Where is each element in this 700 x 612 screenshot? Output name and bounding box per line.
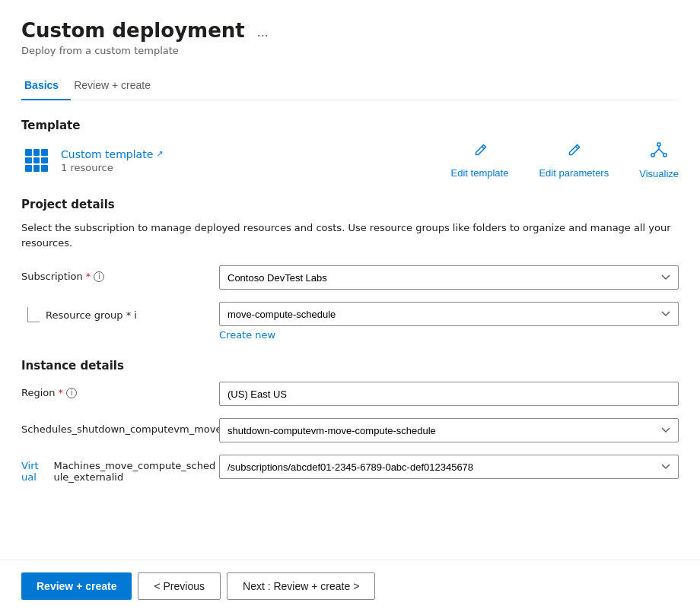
edit-template-button[interactable]: Edit template [451, 142, 509, 179]
create-new-link[interactable]: Create new [219, 329, 275, 341]
resource-group-indent: Resource group * i [21, 302, 219, 322]
schedules-row: Schedules_shutdown_computevm_move_co shu… [21, 418, 679, 442]
resource-group-dropdown[interactable]: move-compute-schedule [219, 302, 679, 326]
region-input[interactable] [219, 382, 679, 406]
resource-group-control: move-compute-schedule Create new [219, 302, 679, 341]
virtual-machines-control: /subscriptions/abcdef01-2345-6789-0abc-d… [219, 455, 679, 479]
project-details-title: Project details [21, 198, 679, 211]
template-icon [21, 145, 52, 176]
next-button[interactable]: Next : Review + create > [227, 572, 375, 600]
external-link-icon: ↗ [156, 149, 163, 159]
previous-button[interactable]: < Previous [138, 572, 221, 600]
svg-rect-1 [651, 154, 654, 157]
region-label: Region * i [21, 382, 219, 398]
region-control [219, 382, 679, 406]
resource-group-info-icon[interactable]: i [134, 309, 137, 321]
virtual-machines-label: Virtual Machines_move_compute_schedule_e… [21, 455, 219, 483]
svg-rect-0 [657, 143, 660, 146]
visualize-button[interactable]: Visualize [639, 141, 679, 179]
resource-count: 1 resource [61, 162, 164, 173]
tabs-container: Basics Review + create [21, 71, 679, 100]
edit-parameters-button[interactable]: Edit parameters [539, 142, 609, 179]
instance-details-section: Instance details Region * i Schedules_sh… [21, 359, 679, 483]
svg-rect-2 [663, 154, 667, 157]
tab-basics[interactable]: Basics [21, 71, 71, 100]
footer: Review + create < Previous Next : Review… [0, 560, 700, 612]
ellipsis-menu-button[interactable]: ... [253, 21, 273, 43]
virtual-machines-dropdown[interactable]: /subscriptions/abcdef01-2345-6789-0abc-d… [219, 455, 679, 479]
template-name-link[interactable]: Custom template ↗ [61, 148, 164, 160]
resource-group-label: Resource group * [46, 309, 131, 321]
template-text: Custom template ↗ 1 resource [61, 148, 164, 173]
page-title: Custom deployment [21, 19, 245, 43]
edit-parameters-label: Edit parameters [539, 167, 609, 179]
instance-details-title: Instance details [21, 359, 679, 373]
subscription-info-icon[interactable]: i [94, 271, 104, 282]
schedules-dropdown[interactable]: shutdown-computevm-move-compute-schedule [219, 418, 679, 442]
subscription-dropdown[interactable]: Contoso DevTest Labs [219, 265, 679, 290]
template-row: Custom template ↗ 1 resource [21, 141, 679, 179]
schedules-control: shutdown-computevm-move-compute-schedule [219, 418, 679, 442]
template-section-title: Template [21, 119, 679, 132]
visualize-icon [650, 141, 668, 163]
region-required: * [59, 387, 64, 398]
tab-review-create[interactable]: Review + create [71, 71, 163, 100]
review-create-button[interactable]: Review + create [21, 572, 132, 600]
virtual-machines-row: Virtual Machines_move_compute_schedule_e… [21, 455, 679, 483]
template-grid-icon [25, 149, 48, 172]
visualize-label: Visualize [639, 168, 679, 179]
indent-line [27, 307, 40, 322]
subscription-control: Contoso DevTest Labs [219, 265, 679, 290]
project-description: Select the subscription to manage deploy… [21, 220, 679, 250]
edit-parameters-icon [565, 142, 582, 163]
page-subtitle: Deploy from a custom template [21, 45, 273, 56]
resource-group-required: * [126, 309, 132, 321]
subscription-label: Subscription * i [21, 265, 219, 282]
template-info: Custom template ↗ 1 resource [21, 145, 164, 176]
region-info-icon[interactable]: i [66, 388, 77, 398]
resource-group-row: Resource group * i move-compute-schedule… [21, 302, 679, 341]
template-actions: Edit template Edit parameters [451, 141, 679, 179]
edit-template-label: Edit template [451, 167, 509, 179]
subscription-required: * [86, 271, 91, 282]
region-row: Region * i [21, 382, 679, 406]
edit-template-icon [472, 142, 488, 163]
subscription-row: Subscription * i Contoso DevTest Labs [21, 265, 679, 290]
schedules-label: Schedules_shutdown_computevm_move_co [21, 418, 219, 435]
